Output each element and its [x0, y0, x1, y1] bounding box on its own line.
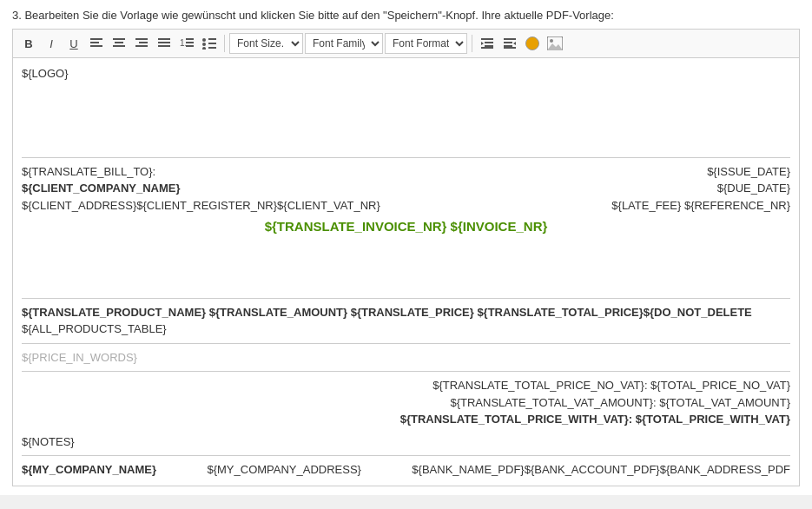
svg-rect-2 — [90, 45, 102, 47]
my-company: ${MY_COMPANY_NAME} — [22, 461, 156, 479]
due-date: ${DUE_DATE} — [717, 180, 790, 197]
image-button[interactable] — [545, 33, 565, 54]
total-vat: ${TRANSLATE_TOTAL_VAT_AMOUNT}: ${TOTAL_V… — [22, 394, 790, 412]
font-format-select[interactable]: Font Format — [385, 33, 467, 54]
justify-button[interactable] — [154, 33, 175, 54]
spacer-2 — [22, 241, 790, 293]
svg-rect-14 — [158, 45, 170, 47]
indent-left-button[interactable] — [477, 33, 498, 54]
spacer-1 — [22, 83, 790, 152]
svg-rect-33 — [504, 45, 512, 47]
my-company-address: ${MY_COMPANY_ADDRESS} — [207, 461, 361, 479]
bold-button[interactable]: B — [18, 33, 39, 54]
svg-rect-9 — [139, 42, 148, 43]
svg-rect-24 — [208, 43, 216, 44]
svg-marker-38 — [547, 43, 563, 50]
toolbar: B I U 1. Font Size... — [13, 30, 799, 58]
client-address-row: ${CLIENT_ADDRESS}${CLIENT_REGISTER_NR}${… — [22, 197, 790, 215]
invoice-nr-line: ${TRANSLATE_INVOICE_NR} ${INVOICE_NR} — [22, 217, 790, 237]
svg-rect-5 — [115, 42, 123, 43]
svg-rect-4 — [113, 38, 125, 40]
logo-line: ${LOGO} — [22, 65, 790, 83]
font-family-select[interactable]: Font Family. — [305, 33, 383, 54]
svg-rect-25 — [208, 47, 216, 49]
align-center-button[interactable] — [109, 33, 129, 54]
svg-point-20 — [202, 38, 206, 42]
issue-date: ${ISSUE_DATE} — [707, 163, 790, 181]
divider-4 — [22, 371, 790, 372]
svg-rect-28 — [485, 45, 493, 47]
list-ul-button[interactable] — [199, 33, 220, 54]
svg-rect-18 — [186, 42, 194, 43]
svg-rect-12 — [158, 38, 170, 40]
svg-point-21 — [202, 43, 206, 46]
svg-rect-10 — [135, 45, 148, 47]
client-company-row: ${CLIENT_COMPANY_NAME} ${DUE_DATE} — [22, 180, 790, 197]
svg-rect-32 — [504, 42, 512, 43]
separator-2 — [472, 35, 472, 52]
svg-rect-0 — [90, 38, 102, 40]
all-products: ${ALL_PRODUCTS_TABLE} — [22, 321, 790, 338]
svg-rect-17 — [186, 38, 194, 40]
svg-rect-6 — [113, 45, 125, 47]
svg-rect-31 — [504, 38, 516, 40]
total-no-vat: ${TRANSLATE_TOTAL_PRICE_NO_VAT}: ${TOTAL… — [22, 377, 790, 394]
notes: ${NOTES} — [22, 433, 790, 451]
divider-5 — [22, 455, 790, 456]
divider-3 — [22, 343, 790, 344]
footer-row: ${MY_COMPANY_NAME} ${MY_COMPANY_ADDRESS}… — [22, 461, 790, 479]
svg-rect-8 — [135, 38, 148, 40]
svg-rect-29 — [481, 47, 493, 49]
list-ol-button[interactable]: 1. — [176, 33, 197, 54]
svg-marker-35 — [513, 42, 516, 45]
editor-body[interactable]: ${LOGO} ${TRANSLATE_BILL_TO}: ${ISSUE_DA… — [13, 58, 799, 486]
price-in-words: ${PRICE_IN_WORDS} — [22, 349, 790, 367]
align-left-button[interactable] — [86, 33, 107, 54]
underline-button[interactable]: U — [63, 33, 84, 54]
svg-rect-1 — [90, 42, 99, 43]
client-company: ${CLIENT_COMPANY_NAME} — [22, 180, 181, 197]
svg-rect-27 — [485, 42, 493, 43]
divider-1 — [22, 157, 790, 158]
svg-rect-34 — [504, 47, 516, 49]
bill-to-row: ${TRANSLATE_BILL_TO}: ${ISSUE_DATE} — [22, 163, 790, 181]
separator-1 — [224, 35, 225, 52]
svg-rect-26 — [481, 38, 493, 40]
divider-2 — [22, 298, 790, 299]
page-wrapper: 3. Bearbeiten Sie die Vorlage wie gewüns… — [0, 0, 812, 495]
svg-rect-13 — [158, 42, 170, 43]
svg-rect-23 — [208, 38, 216, 40]
align-right-button[interactable] — [131, 33, 152, 54]
indent-right-button[interactable] — [499, 33, 520, 54]
svg-point-22 — [202, 47, 206, 50]
client-address: ${CLIENT_ADDRESS}${CLIENT_REGISTER_NR}${… — [22, 197, 380, 215]
total-with-vat: ${TRANSLATE_TOTAL_PRICE_WITH_VAT}: ${TOT… — [22, 411, 790, 428]
editor-container: B I U 1. Font Size... — [12, 29, 800, 486]
color-circle — [525, 36, 539, 50]
bank-info: ${BANK_NAME_PDF}${BANK_ACCOUNT_PDF}${BAN… — [412, 461, 790, 479]
svg-marker-30 — [481, 42, 484, 45]
color-picker-button[interactable] — [522, 33, 543, 54]
svg-rect-19 — [186, 45, 194, 47]
product-header: ${TRANSLATE_PRODUCT_NAME} ${TRANSLATE_AM… — [22, 304, 790, 321]
bill-to-label: ${TRANSLATE_BILL_TO}: — [22, 163, 155, 181]
font-size-select[interactable]: Font Size... — [229, 33, 303, 54]
italic-button[interactable]: I — [41, 33, 62, 54]
totals-section: ${TRANSLATE_TOTAL_PRICE_NO_VAT}: ${TOTAL… — [22, 377, 790, 428]
svg-point-37 — [550, 39, 553, 43]
late-fee-ref: ${LATE_FEE} ${REFERENCE_NR} — [611, 197, 790, 215]
instruction-text: 3. Bearbeiten Sie die Vorlage wie gewüns… — [12, 9, 800, 22]
